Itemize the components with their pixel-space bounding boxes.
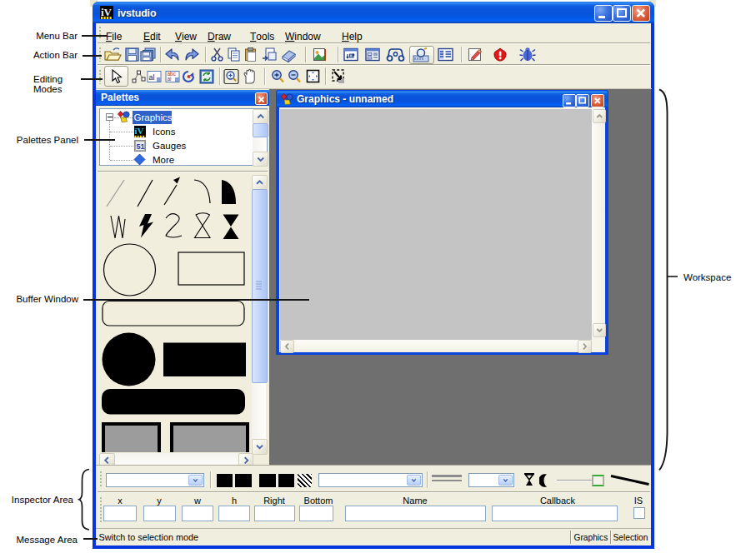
svg-text:51: 51 (137, 142, 145, 151)
svg-text:iV: iV (101, 6, 113, 18)
svg-text:ai: ai (168, 76, 172, 82)
svg-text:al: al (149, 73, 155, 82)
svg-text:iV: iV (135, 126, 144, 136)
